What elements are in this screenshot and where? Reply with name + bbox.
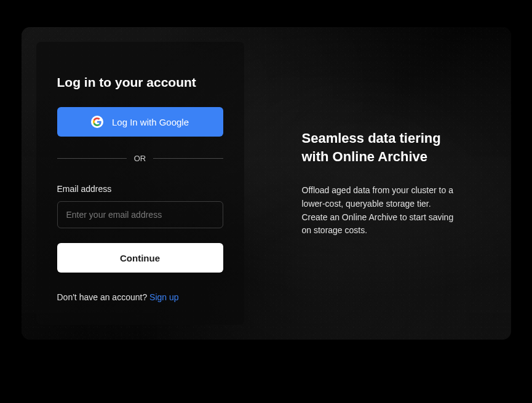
login-title: Log in to your account [57, 75, 223, 90]
google-icon [91, 116, 103, 128]
login-panel: Log in to your account Log In with Googl… [36, 42, 244, 325]
signup-prompt: Don't have an account? [57, 292, 150, 302]
continue-button[interactable]: Continue [57, 243, 223, 273]
divider-text: OR [127, 154, 154, 163]
promo-body: Offload aged data from your cluster to a… [302, 184, 456, 237]
email-label: Email address [57, 184, 223, 194]
signup-row: Don't have an account? Sign up [57, 292, 223, 302]
google-login-label: Log In with Google [112, 117, 189, 127]
promo-title: Seamless data tiering with Online Archiv… [302, 129, 462, 166]
divider: OR [57, 154, 223, 163]
auth-card: Log in to your account Log In with Googl… [22, 27, 511, 340]
email-input[interactable] [57, 201, 223, 228]
google-login-button[interactable]: Log In with Google [57, 107, 223, 137]
signup-link[interactable]: Sign up [149, 292, 178, 302]
promo-panel: Seamless data tiering with Online Archiv… [244, 27, 511, 340]
